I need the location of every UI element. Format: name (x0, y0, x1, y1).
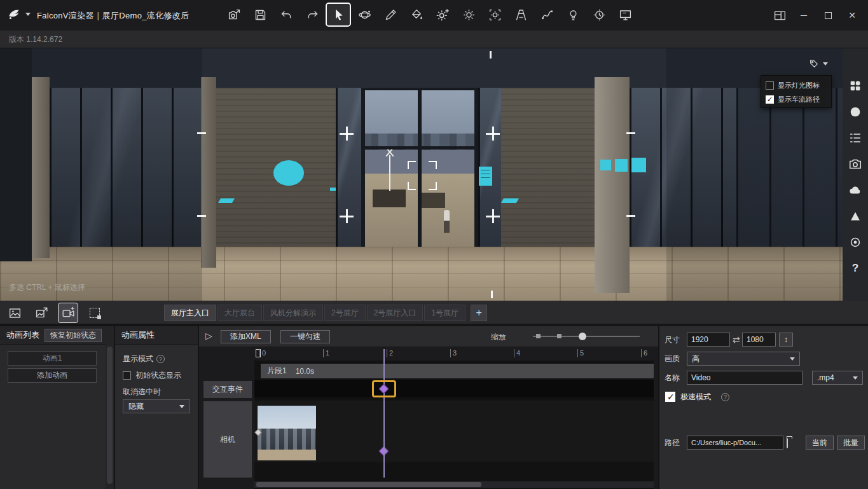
turbo-mode-label: 极速模式 (680, 392, 711, 403)
scene-tab[interactable]: 1号展厅 (424, 305, 465, 321)
events-track[interactable] (254, 380, 654, 397)
camera-track[interactable] (254, 401, 654, 462)
uniform-speed-button[interactable]: 一键匀速 (280, 330, 330, 343)
timeline-scrollbar-thumb[interactable] (256, 482, 481, 487)
zoom-slider[interactable] (533, 333, 640, 340)
display-options-menu: 显示灯光图标 显示车流路径 (761, 75, 832, 108)
paint-bucket-icon[interactable] (405, 4, 428, 25)
menu-item-traffic-paths[interactable]: 显示车流路径 (761, 92, 831, 106)
track-label-camera[interactable]: 相机 (203, 401, 252, 478)
app-menu-chevron-icon[interactable] (25, 13, 31, 16)
scene-tab[interactable]: 2号展厅入口 (367, 305, 424, 321)
highlight-square-marker[interactable] (615, 159, 628, 172)
highlight-square-marker[interactable] (631, 158, 646, 172)
region-select-icon[interactable] (85, 303, 104, 322)
camera-keyframe-thumbnail[interactable] (258, 406, 316, 460)
info-icon[interactable]: ? (721, 393, 729, 401)
pen-icon[interactable] (379, 4, 402, 25)
area-light-icon[interactable] (483, 4, 506, 25)
frame-guide (197, 132, 206, 134)
current-path-button[interactable]: 当前 (806, 436, 834, 450)
quality-dropdown[interactable]: 高 (687, 352, 800, 366)
close-icon[interactable]: ✕ (843, 6, 862, 25)
video-name-input[interactable] (687, 371, 803, 385)
scene-tab[interactable]: 风机分解演示 (263, 305, 323, 321)
scene-tab[interactable]: 大厅展台 (217, 305, 262, 321)
help-icon[interactable]: ? (847, 260, 864, 277)
video-clip-icon[interactable] (59, 303, 78, 322)
track-label-events[interactable]: 交互事件 (203, 381, 252, 398)
chevron-down-icon (853, 376, 858, 380)
layer-list-icon[interactable] (847, 130, 864, 146)
zoom-slider-thumb[interactable] (579, 333, 586, 340)
highlight-strip-marker[interactable] (218, 198, 235, 203)
select-cursor-icon[interactable] (327, 4, 350, 25)
display-icon[interactable] (614, 4, 637, 25)
deselect-behavior-dropdown[interactable]: 隐藏 (123, 399, 190, 413)
checkbox-checked (766, 95, 774, 104)
format-dropdown[interactable]: .mp4 (812, 371, 863, 385)
add-point-light-icon[interactable] (431, 4, 454, 25)
turbo-mode-checkbox[interactable] (665, 392, 675, 402)
width-input[interactable] (687, 333, 730, 347)
bulb-light-icon[interactable] (561, 4, 584, 25)
play-icon[interactable]: ▷ (205, 331, 212, 341)
info-icon[interactable]: ? (156, 355, 165, 363)
menu-item-light-icons[interactable]: 显示灯光图标 (761, 78, 831, 92)
link-dimensions-button[interactable]: ↕ (779, 333, 793, 347)
screenshot-export-icon[interactable] (32, 303, 51, 322)
zoom-slider-mark (536, 334, 541, 338)
timeline-scrollbar[interactable] (254, 481, 654, 488)
main-toolbar (223, 4, 637, 25)
spot-light-icon[interactable] (509, 4, 532, 25)
highlight-square-marker[interactable] (600, 160, 611, 170)
batch-path-button[interactable]: 批量 (837, 436, 865, 450)
initial-state-checkbox[interactable] (123, 371, 131, 380)
orbit-icon[interactable] (353, 4, 376, 25)
folder-browse-icon[interactable] (787, 439, 788, 448)
minimize-icon[interactable]: ─ (794, 6, 813, 25)
selected-keyframe-highlight[interactable] (372, 380, 396, 397)
highlight-ellipse-marker[interactable] (273, 160, 304, 186)
redo-icon[interactable] (301, 4, 324, 25)
display-options-button[interactable] (804, 56, 833, 71)
initial-state-label: 初始状态显示 (135, 370, 181, 381)
camera-icon[interactable] (847, 156, 864, 172)
screenshot-icon[interactable] (5, 303, 24, 322)
animation-list-item[interactable]: 动画1 (8, 351, 97, 366)
animation-list-scrollbar[interactable] (106, 326, 114, 489)
output-path-input[interactable] (687, 436, 783, 450)
path-curve-icon[interactable] (535, 4, 558, 25)
terrain-pyramid-icon[interactable] (847, 208, 864, 224)
highlight-dot-marker[interactable] (330, 188, 336, 191)
frame-guide-cross (486, 127, 500, 141)
time-of-day-icon[interactable] (588, 4, 610, 25)
timeline-tracks-area[interactable]: 片段1 10.0s (254, 361, 654, 489)
height-input[interactable] (742, 333, 776, 347)
3d-viewport[interactable]: 多选 CTRL + 鼠标选择 显示灯光图标 显示车流路径 ? (0, 48, 868, 301)
weather-cloud-icon[interactable] (847, 182, 864, 198)
point-light-icon[interactable] (457, 4, 480, 25)
playhead[interactable] (383, 349, 385, 478)
add-animation-button[interactable]: 添加动画 (8, 368, 97, 383)
screenshot-export-icon[interactable] (223, 4, 245, 25)
scene-tab[interactable]: 2号展厅 (324, 305, 366, 321)
sphere-icon[interactable] (847, 104, 864, 120)
app-logo-icon[interactable] (6, 6, 23, 23)
swap-dimensions-icon[interactable]: ⇄ (733, 334, 740, 345)
focus-target-icon[interactable] (847, 234, 864, 251)
modules-icon[interactable] (847, 78, 864, 94)
highlight-strip-marker[interactable] (501, 198, 519, 203)
layout-grid-icon[interactable] (770, 6, 789, 25)
add-xml-button[interactable]: 添加XML (221, 330, 271, 343)
zoom-slider-mark (557, 334, 561, 338)
highlight-panel-marker[interactable] (479, 167, 492, 186)
scene-tab[interactable]: 展厅主入口 (164, 305, 216, 321)
maximize-icon[interactable] (818, 6, 837, 25)
add-scene-tab-button[interactable]: + (471, 305, 487, 321)
reset-initial-state-button[interactable]: 恢复初始状态 (45, 329, 102, 342)
clip-segment-header[interactable]: 片段1 10.0s (261, 364, 654, 378)
save-icon[interactable] (249, 4, 272, 25)
timeline-ruler[interactable]: 0 1 2 3 4 5 6 (254, 347, 658, 361)
undo-icon[interactable] (275, 4, 298, 25)
